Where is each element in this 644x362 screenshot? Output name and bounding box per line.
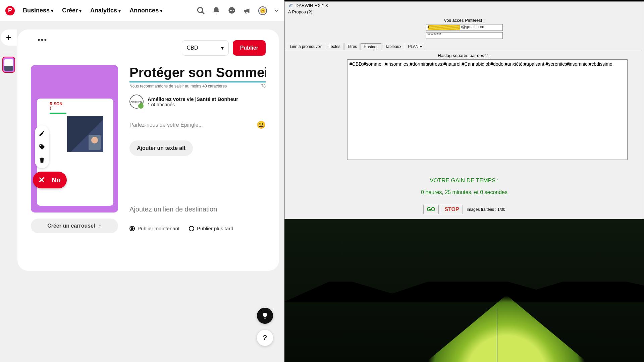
no-badge[interactable]: ✕ No [33,172,67,188]
left-rail: + [0,29,17,73]
nav-create[interactable]: Créer▾ [62,7,82,14]
pinterest-topbar: P Business▾ Créer▾ Analytics▾ Annonces▾ … [0,0,284,21]
close-icon: ✕ [35,173,48,187]
menu-about[interactable]: A Propos (?) [285,9,644,16]
radio-unchecked-icon [189,226,194,231]
password-field[interactable]: ********* [426,32,503,39]
tag-icon[interactable] [39,143,45,150]
add-pin-button[interactable]: + [1,29,17,46]
nav-business[interactable]: Business▾ [23,7,53,14]
radio-checked-icon [129,226,135,231]
preview-title: R SON ! [50,102,110,111]
bell-icon[interactable] [212,6,221,15]
board-selected-label: CBD [187,45,198,51]
nav-ads[interactable]: Annonces▾ [129,7,162,14]
message-icon[interactable] [227,6,236,15]
window-title: DARWIN-RX 1.3 [296,3,328,8]
description-input[interactable]: Parlez-nous de votre Épingle... [129,122,203,128]
profile-followers: 174 abonnés [148,102,238,107]
preview-accent [50,113,66,114]
nav-analytics[interactable]: Analytics▾ [90,7,121,14]
destination-link-input[interactable] [129,203,266,216]
create-carousel-button[interactable]: Créer un carrousel+ [31,219,118,233]
svg-point-3 [231,10,232,11]
svg-point-0 [198,7,203,12]
stop-button[interactable]: STOP [441,205,463,214]
chevron-down-icon: ▾ [79,8,82,13]
ideas-fab[interactable] [257,308,273,324]
app-icon [288,3,293,8]
hashtag-label: Hastag séparés par des ';' : [285,53,644,58]
window-titlebar: DARWIN-RX 1.3 [285,2,644,9]
profile-avatar[interactable]: Améliorez [129,95,144,109]
profile-name: Améliorez votre vie |Santé et Bonheur [148,96,238,102]
preview-tools [35,125,49,168]
tab-planif[interactable]: PLANIF [405,43,425,50]
darwin-window: DARWIN-RX 1.3 A Propos (?) Vos accés Pin… [284,1,644,219]
chevron-down-icon: ▾ [221,45,224,51]
avatar[interactable]: 😊 [258,6,267,15]
search-icon[interactable] [197,6,205,15]
svg-point-2 [230,10,231,11]
board-select[interactable]: CBD ▾ [182,40,229,56]
preview-image [67,116,103,152]
hashtag-textarea[interactable]: #CBD;#sommeil;#insomnies;#dormir;#stress… [347,59,628,160]
tab-tableaux[interactable]: Tableaux [382,43,404,50]
title-hint: Nous recommandons de saisir au moins 40 … [129,84,227,88]
tab-bar: Lien à promouvoirTextesTitresHastagsTabl… [287,43,642,50]
publish-later-radio[interactable]: Publier plus tard [189,226,233,231]
chevron-down-icon[interactable] [274,6,279,15]
tab-lien-promouvoir[interactable]: Lien à promouvoir [287,43,325,50]
email-field[interactable]: p o@gmail.com [426,24,503,31]
no-label: No [52,176,61,184]
pin-title-input[interactable] [129,65,266,82]
tab-titres[interactable]: Titres [344,43,360,50]
emoji-picker-icon[interactable]: 😃 [257,121,266,129]
plus-icon: + [98,223,101,229]
publish-button[interactable]: Publier [233,40,266,56]
chevron-down-icon: ▾ [51,8,53,13]
tab-hastags[interactable]: Hastags [361,43,381,50]
access-label: Vos accés Pinterest : [285,18,644,23]
divider [3,51,15,51]
gain-label: VOTRE GAIN DE TEMPS : [285,177,644,184]
megaphone-icon[interactable] [243,6,252,15]
publish-now-radio[interactable]: Publier maintenant [129,226,179,231]
chevron-down-icon: ▾ [160,8,162,13]
pin-editor-card: ••• CBD ▾ Publier R SON ! [17,29,279,271]
trash-icon[interactable] [39,157,45,164]
images-processed: images traitées : 1/30 [467,207,505,212]
redaction [428,25,460,30]
edit-icon[interactable] [39,130,45,137]
gain-value: 0 heures, 25 minutes, et 0 secondes [285,189,644,195]
add-alt-text-button[interactable]: Ajouter un texte alt [129,140,193,156]
pinterest-logo-icon[interactable]: P [5,6,15,15]
pin-thumbnail[interactable] [2,57,15,73]
top-nav: Business▾ Créer▾ Analytics▾ Annonces▾ [23,7,162,14]
chevron-down-icon: ▾ [118,8,121,13]
tab-textes[interactable]: Textes [326,43,343,50]
svg-point-4 [233,10,234,11]
title-char-count: 78 [261,84,266,88]
help-fab[interactable]: ? [257,330,273,346]
profile-row: Améliorez Améliorez votre vie |Santé et … [129,95,266,109]
more-menu-icon[interactable]: ••• [38,36,47,44]
go-button[interactable]: GO [423,205,439,214]
